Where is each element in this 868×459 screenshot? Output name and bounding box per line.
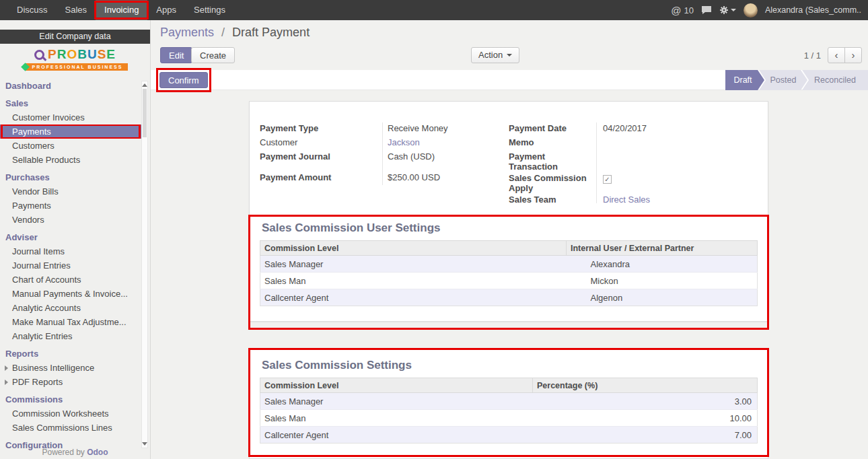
partner-cell: Alexandra <box>567 256 758 273</box>
sidebar-section-purchases[interactable]: Purchases <box>0 171 141 184</box>
edit-button[interactable]: Edit <box>160 47 192 63</box>
pager: 1 / 1 ‹ › <box>804 47 862 63</box>
field-label: Payment Transaction <box>509 150 596 172</box>
sidebar-item-analytic-entries[interactable]: Analytic Entries <box>0 329 141 343</box>
status-step-posted[interactable]: Posted <box>759 70 807 90</box>
status-step-draft[interactable]: Draft <box>725 70 764 90</box>
sidebar-item-analytic-accounts[interactable]: Analytic Accounts <box>0 301 141 315</box>
sidebar-item-vendor-bills[interactable]: Vendor Bills <box>0 184 141 199</box>
sidebar-item-business-intelligence[interactable]: Business Intelligence <box>0 361 141 375</box>
logo-brand-text: PROBUSE <box>48 47 116 62</box>
user-settings-title: Sales Commission User Settings <box>262 221 768 235</box>
field-value <box>596 136 603 137</box>
sidebar-section-sales[interactable]: Sales <box>0 97 141 110</box>
user-settings-table: Commission Level Internal User / Externa… <box>260 240 758 306</box>
nav-item-settings[interactable]: Settings <box>185 0 234 20</box>
field-payment-transaction: Payment Transaction <box>509 150 761 172</box>
table-row[interactable]: Callcenter Agent 7.00 <box>260 427 758 444</box>
nav-item-invoicing[interactable]: Invoicing <box>96 0 147 20</box>
status-step-reconciled[interactable]: Reconciled <box>802 70 868 90</box>
user-menu[interactable]: Alexandra (Sales_comm.. <box>765 5 861 15</box>
company-logo: PROBUSE PROFESSIONAL BUSINESS <box>0 44 150 79</box>
field-label: Memo <box>509 136 596 147</box>
sidebar-item-chart-of-accounts[interactable]: Chart of Accounts <box>0 273 141 287</box>
sidebar-item-customer-invoices[interactable]: Customer Invoices <box>0 110 141 125</box>
scroll-up-arrow-icon[interactable] <box>142 83 147 87</box>
sidebar-item-vendors[interactable]: Vendors <box>0 213 141 227</box>
scroll-down-arrow-icon[interactable] <box>142 442 147 446</box>
pager-previous-button[interactable]: ‹ <box>828 47 845 63</box>
settings-menu-button[interactable] <box>719 5 736 15</box>
sidebar-item-journal-entries[interactable]: Journal Entries <box>0 258 141 273</box>
field-label: Customer <box>260 136 382 147</box>
field-label: Payment Date <box>509 122 596 133</box>
sidebar-item-customers[interactable]: Customers <box>0 139 141 153</box>
sidebar-item-payments[interactable]: Payments <box>0 125 141 139</box>
commission-settings-section: Sales Commission Settings Commission Lev… <box>250 349 768 444</box>
field-value: Receive Money <box>382 122 448 133</box>
top-navbar: Discuss Sales Invoicing Apps Settings @ … <box>0 0 868 20</box>
column-percentage[interactable]: Percentage (%) <box>533 378 758 393</box>
column-commission-level[interactable]: Commission Level <box>260 241 567 256</box>
field-label: Payment Type <box>260 122 382 133</box>
control-panel: Edit Create Action 1 / 1 ‹ › <box>151 46 868 66</box>
table-row[interactable]: Callcenter Agent Algenon <box>260 289 758 306</box>
sidebar-item-manual-payments[interactable]: Manual Payments & Invoice... <box>0 287 141 301</box>
form-right-column: Payment Date 04/20/2017 Memo Payment Tra… <box>509 122 761 207</box>
sidebar-item-tax-adjustment[interactable]: Make Manual Tax Adjustme... <box>0 315 141 329</box>
odoo-link[interactable]: Odoo <box>87 448 108 457</box>
sidebar-menu: Dashboard Sales Customer Invoices Paymen… <box>0 79 141 452</box>
table-row[interactable]: Sales Man Mickon <box>260 273 758 289</box>
commission-level-cell: Callcenter Agent <box>260 427 533 444</box>
mention-count: 10 <box>684 5 693 15</box>
statusbar: Draft Posted Reconciled <box>725 70 868 90</box>
nav-item-sales[interactable]: Sales <box>57 0 96 20</box>
create-button[interactable]: Create <box>191 47 235 63</box>
sales-commission-apply-checkbox[interactable]: ✓ <box>603 175 612 184</box>
customer-link[interactable]: Jackson <box>382 136 420 147</box>
sidebar-section-commissions[interactable]: Commissions <box>0 393 141 407</box>
nav-item-apps[interactable]: Apps <box>147 0 185 20</box>
field-value: 04/20/2017 <box>596 122 647 133</box>
table-row[interactable]: Sales Man 10.00 <box>260 410 758 427</box>
field-payment-journal: Payment Journal Cash (USD) <box>260 150 499 164</box>
pager-next-button[interactable]: › <box>844 47 862 63</box>
sidebar-item-journal-items[interactable]: Journal Items <box>0 244 141 258</box>
sidebar-item-sales-commissions-lines[interactable]: Sales Commissions Lines <box>0 421 141 435</box>
sidebar-item-commission-worksheets[interactable]: Commission Worksheets <box>0 407 141 421</box>
nav-item-discuss[interactable]: Discuss <box>8 0 57 20</box>
chevron-down-icon <box>731 9 736 11</box>
edit-company-data-button[interactable]: Edit Company data <box>0 30 150 44</box>
table-row[interactable]: Sales Manager Alexandra <box>260 256 758 273</box>
field-label: Sales Team <box>509 193 596 205</box>
form-left-column: Payment Type Receive Money Customer Jack… <box>260 122 499 185</box>
mention-counter[interactable]: @ 10 <box>671 5 694 16</box>
sidebar-section-reports[interactable]: Reports <box>0 347 141 361</box>
sales-team-link[interactable]: Direct Sales <box>596 193 650 205</box>
sidebar-item-pdf-label: PDF Reports <box>12 377 63 387</box>
action-dropdown-label: Action <box>478 48 503 63</box>
percentage-cell: 3.00 <box>533 393 758 410</box>
sidebar-item-pdf-reports[interactable]: PDF Reports <box>0 375 141 389</box>
sidebar-item-purchase-payments[interactable]: Payments <box>0 199 141 213</box>
sidebar-scrollbar[interactable] <box>141 81 148 448</box>
breadcrumb-payments-link[interactable]: Payments <box>160 26 214 39</box>
sidebar-item-sellable-products[interactable]: Sellable Products <box>0 153 141 167</box>
nav-item-invoicing-label: Invoicing <box>104 5 139 15</box>
column-commission-level[interactable]: Commission Level <box>260 378 533 393</box>
commission-settings-title: Sales Commission Settings <box>262 359 768 372</box>
avatar[interactable] <box>744 3 758 17</box>
mention-icon: @ <box>671 5 681 16</box>
scrollbar-thumb[interactable] <box>143 89 147 137</box>
chat-button[interactable] <box>701 5 712 15</box>
main-content: Payments / Draft Payment Edit Create Act… <box>151 20 868 459</box>
table-row[interactable]: Sales Manager 3.00 <box>260 393 758 410</box>
commission-level-cell: Sales Manager <box>260 393 533 410</box>
breadcrumb: Payments / Draft Payment <box>160 26 310 40</box>
sidebar-section-dashboard[interactable]: Dashboard <box>0 79 141 93</box>
confirm-button[interactable]: Confirm <box>159 72 208 88</box>
form-status-strip: Confirm Draft Posted Reconciled <box>151 70 868 90</box>
column-internal-user[interactable]: Internal User / External Partner <box>567 241 758 256</box>
sidebar-section-adviser[interactable]: Adviser <box>0 231 141 244</box>
action-dropdown[interactable]: Action <box>471 47 519 63</box>
